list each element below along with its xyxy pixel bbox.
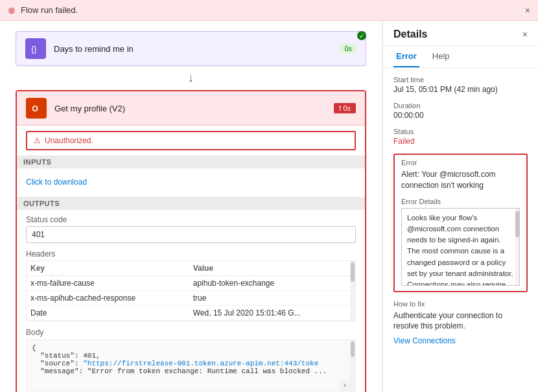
table-row: Date Wed, 15 Jul 2020 15:01:46 G... (27, 306, 355, 321)
start-time-row: Start time Jul 15, 05:01 PM (42 min ago) (393, 76, 528, 94)
body-label: Body (26, 328, 356, 337)
status-code-group: Status code 401 (26, 215, 356, 243)
header-key-2: x-ms-apihub-cached-response (27, 291, 189, 306)
body-section: Body { "status": 401, "source": "https:/… (26, 328, 356, 391)
status-code-value: 401 (26, 226, 356, 243)
headers-table: Key Value x-ms-failure-cause apihub-toke… (27, 261, 355, 321)
error-details-scrollbar[interactable] (515, 209, 519, 285)
error-badge-value: 0s (343, 104, 351, 112)
body-scrollbar[interactable] (350, 340, 355, 391)
unauthorized-bar: ⚠ Unauthorized. (26, 131, 356, 150)
header-key-3: Date (27, 306, 189, 321)
remind-step-icon: {} (25, 38, 46, 59)
error-text: Alert: Your @microsoft.com connection is… (401, 169, 520, 191)
body-scrollbar-thumb (351, 341, 355, 357)
error-details-label: Error Details (395, 195, 526, 208)
table-row: x-ms-failure-cause apihub-token-exchange (27, 276, 355, 291)
error-step: O Get my profile (V2) ! 0s ⚠ Unauthorize… (16, 90, 366, 392)
duration-label: Duration (393, 102, 528, 110)
unauthorized-text: Unauthorized. (45, 136, 93, 145)
table-scrollbar[interactable] (350, 261, 355, 321)
error-label: Error (401, 159, 520, 167)
start-time-label: Start time (393, 76, 528, 84)
headers-group: Headers Key Value (26, 249, 356, 321)
outputs-label: OUTPUTS (17, 197, 365, 210)
status-code-label: Status code (26, 215, 356, 224)
tab-error[interactable]: Error (393, 46, 419, 67)
status-row: Status Failed (393, 128, 528, 146)
top-error-bar: ⊗ Flow run failed. × (0, 0, 538, 21)
error-exclaim-icon: ! (339, 104, 342, 112)
body-line-1: { (32, 344, 350, 352)
remind-step-badge: 0s (340, 43, 357, 54)
tab-help[interactable]: Help (430, 46, 452, 67)
details-close-button[interactable]: × (522, 29, 528, 40)
office-icon: O (26, 98, 47, 119)
details-title: Details (393, 29, 427, 40)
headers-key-col: Key (27, 261, 189, 276)
headers-label: Headers (26, 249, 356, 259)
details-body: Start time Jul 15, 05:01 PM (42 min ago)… (383, 68, 538, 361)
scroll-right-icon[interactable]: › (340, 380, 350, 391)
error-circle-icon: ⊗ (8, 5, 16, 16)
svg-text:{}: {} (31, 44, 37, 54)
status-label: Status (393, 128, 528, 135)
success-check-icon: ✓ (357, 31, 366, 40)
body-code-block: { "status": 401, "source": "https://firs… (26, 340, 356, 391)
error-details-scrollbar-thumb (515, 211, 519, 237)
warning-icon: ⚠ (34, 136, 41, 145)
headers-value-col: Value (189, 261, 355, 276)
start-time-value: Jul 15, 05:01 PM (42 min ago) (393, 85, 528, 94)
body-line-4: "message": "Error from token exchange: R… (32, 367, 350, 375)
body-link[interactable]: "https://firstrelease-001.token.azure-ap… (83, 360, 318, 367)
table-row: x-ms-apihub-cached-response true (27, 291, 355, 306)
duration-value: 00:00:00 (393, 111, 528, 120)
left-panel: {} Days to remind me in 0s ✓ ↓ O (0, 21, 382, 392)
header-value-2: true (189, 291, 355, 306)
top-close-button[interactable]: × (525, 5, 530, 16)
header-value-1: apihub-token-exchange (189, 276, 355, 291)
error-step-badge: ! 0s (334, 103, 356, 113)
how-to-fix-row: How to fix Authenticate your connection … (393, 300, 528, 346)
error-step-title: Get my profile (V2) (54, 104, 334, 113)
body-line-3: "source": "https://firstrelease-001.toke… (32, 360, 350, 367)
error-details-content: Looks like your flow's @microsoft.com co… (402, 209, 519, 286)
how-to-fix-text: Authenticate your connection to resolve … (393, 310, 528, 332)
details-tabs: Error Help (383, 46, 538, 68)
arrow-down-icon: ↓ (16, 66, 366, 90)
header-value-3: Wed, 15 Jul 2020 15:01:46 G... (189, 306, 355, 321)
inputs-section: INPUTS Click to download (17, 156, 365, 197)
details-header: Details × (383, 21, 538, 46)
main-container: {} Days to remind me in 0s ✓ ↓ O (0, 21, 538, 392)
flow-area: {} Days to remind me in 0s ✓ ↓ O (0, 21, 382, 392)
header-key-1: x-ms-failure-cause (27, 276, 189, 291)
right-panel: Details × Error Help Start time Jul 15, … (382, 21, 538, 392)
remind-step: {} Days to remind me in 0s ✓ (16, 31, 366, 66)
view-connections-link[interactable]: View Connections (393, 336, 456, 345)
body-line-2: "status": 401, (32, 352, 350, 360)
error-section-box: Error Alert: Your @microsoft.com connect… (393, 154, 528, 292)
how-to-fix-label: How to fix (393, 300, 528, 308)
error-details-scrollbox[interactable]: Looks like your flow's @microsoft.com co… (401, 208, 520, 286)
error-step-header: O Get my profile (V2) ! 0s (17, 91, 365, 126)
table-scrollbar-thumb (351, 262, 355, 282)
status-value: Failed (393, 137, 528, 146)
outputs-section: OUTPUTS Status code 401 Headers Key (17, 197, 365, 392)
duration-row: Duration 00:00:00 (393, 102, 528, 120)
remind-step-title: Days to remind me in (54, 44, 340, 54)
inputs-label: INPUTS (17, 156, 365, 168)
top-error-text: Flow run failed. (21, 5, 520, 15)
error-section-header: Error Alert: Your @microsoft.com connect… (395, 155, 526, 195)
svg-text:O: O (32, 104, 38, 113)
download-link[interactable]: Click to download (26, 174, 87, 190)
